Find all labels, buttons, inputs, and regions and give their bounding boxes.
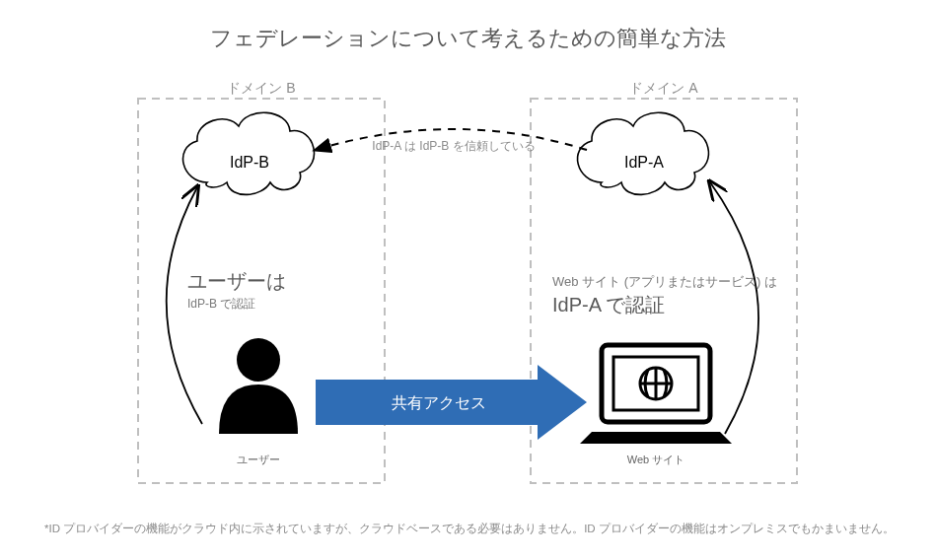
user-icon	[219, 338, 298, 434]
share-access-label: 共有アクセス	[392, 394, 486, 411]
domain-a-label: ドメイン A	[629, 80, 698, 96]
diagram-title: フェデレーションについて考えるための簡単な方法	[210, 26, 726, 50]
site-auth-label: IdP-A で認証	[552, 294, 665, 315]
user-auth-label: IdP-B で認証	[187, 297, 255, 311]
footnote: *ID プロバイダーの機能がクラウド内に示されていますが、クラウドベースである必…	[44, 522, 895, 535]
share-access-arrow: 共有アクセス	[316, 365, 587, 440]
user-heading: ユーザーは	[187, 270, 286, 292]
site-caption: Web サイト	[627, 454, 684, 465]
cloud-idp-b: IdP-B	[183, 112, 315, 194]
svg-point-0	[237, 338, 280, 382]
idp-b-label: IdP-B	[230, 154, 269, 171]
idp-a-label: IdP-A	[624, 154, 664, 171]
cloud-idp-a: IdP-A	[578, 112, 709, 194]
site-heading: Web サイト (アプリまたはサービス) は	[552, 274, 777, 289]
trust-label: IdP-A は IdP-B を信頼している	[372, 139, 535, 153]
domain-b-label: ドメイン B	[227, 80, 295, 96]
user-caption: ユーザー	[237, 454, 280, 465]
website-icon	[580, 345, 732, 444]
site-to-idpa-arrow	[710, 182, 758, 434]
